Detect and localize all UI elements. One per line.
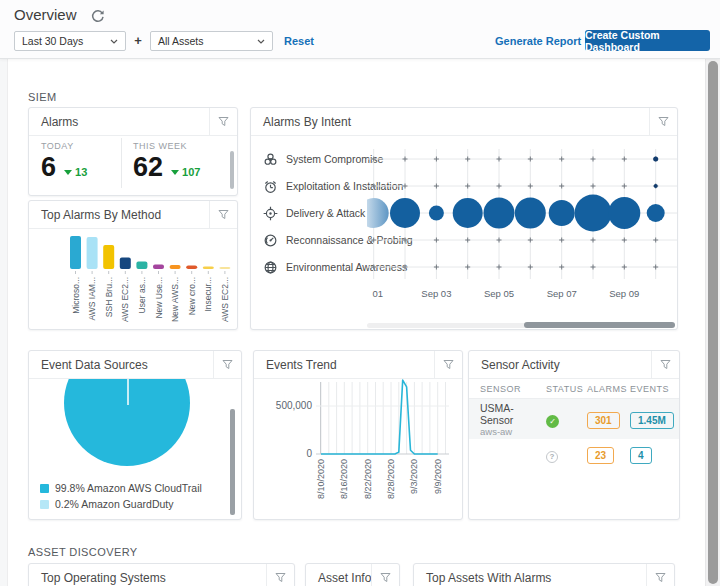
funnel-icon xyxy=(218,116,229,127)
svg-text:SSH Bru...: SSH Bru... xyxy=(104,277,114,317)
sensor-table-header: SENSOR STATUS ALARMS EVENTS xyxy=(469,379,679,399)
funnel-icon xyxy=(222,359,233,370)
top-os-card-title: Top Operating Systems xyxy=(29,564,266,586)
svg-text:Sep 03: Sep 03 xyxy=(421,288,451,299)
status-ok-icon: ✓ xyxy=(546,410,587,428)
generate-report-label: Generate Report xyxy=(495,35,581,47)
svg-text:01: 01 xyxy=(372,288,383,299)
event-data-sources-card: Event Data Sources 99.8% Amazon AWS Clou… xyxy=(28,350,242,520)
add-filter-button[interactable]: + xyxy=(131,31,145,51)
svg-text:AWS IAM...: AWS IAM... xyxy=(87,277,97,321)
events-trend-card-title: Events Trend xyxy=(254,351,434,378)
legend-label: 0.2% Amazon GuardDuty xyxy=(55,498,173,510)
pie-legend-guardduty: 0.2% Amazon GuardDuty xyxy=(40,498,173,510)
alarms-count-badge[interactable]: 301 xyxy=(587,412,620,429)
card-scrollbar[interactable] xyxy=(230,409,235,515)
legend-swatch xyxy=(40,484,49,493)
events-count-badge[interactable]: 4 xyxy=(630,447,652,464)
svg-text:0: 0 xyxy=(306,448,312,459)
svg-text:Sep 09: Sep 09 xyxy=(609,288,639,299)
usm-dashboard: Overview Last 30 Days + All Assets Reset… xyxy=(0,0,720,586)
week-value: 62 xyxy=(133,154,163,181)
sensor-row[interactable]: USMA-Sensoraws-aw✓3011.45M xyxy=(469,399,679,439)
funnel-icon xyxy=(380,572,391,583)
alarms-card-title: Alarms xyxy=(29,108,209,135)
svg-text:9/9/2020: 9/9/2020 xyxy=(433,459,443,494)
filter-button[interactable] xyxy=(266,564,294,586)
reset-button[interactable]: Reset xyxy=(284,35,314,47)
pie-legend-cloudtrail: 99.8% Amazon AWS CloudTrail xyxy=(40,482,202,494)
svg-text:8/16/2020: 8/16/2020 xyxy=(339,459,349,499)
asset-filter-value: All Assets xyxy=(158,35,204,47)
top-assets-with-alarms-card: Top Assets With Alarms xyxy=(413,563,675,586)
col-alarms: ALARMS xyxy=(587,384,630,394)
sensor-activity-card: Sensor Activity SENSOR STATUS ALARMS EVE… xyxy=(468,350,680,520)
top-assets-card-title: Top Assets With Alarms xyxy=(414,564,646,586)
filter-button[interactable] xyxy=(213,351,241,378)
create-custom-dashboard-button[interactable]: Create Custom Dashboard xyxy=(585,30,710,51)
filter-button[interactable] xyxy=(371,564,399,586)
alarms-count-badge[interactable]: 23 xyxy=(587,447,614,464)
intent-hscrollbar-thumb[interactable] xyxy=(524,322,675,328)
event-sources-pie-chart xyxy=(29,379,241,474)
svg-text:New cro...: New cro... xyxy=(187,277,197,315)
alarms-by-intent-card: Alarms By Intent System Compromise Explo… xyxy=(250,107,678,330)
refresh-icon[interactable] xyxy=(90,9,105,24)
card-scrollbar[interactable] xyxy=(230,151,234,189)
asset-discovery-section-label: ASSET DISCOVERY xyxy=(28,546,138,558)
page-scrollbar-thumb[interactable] xyxy=(708,61,718,584)
page-title: Overview xyxy=(14,6,77,23)
filter-button[interactable] xyxy=(209,201,237,228)
asset-filter-select[interactable]: All Assets xyxy=(150,31,273,51)
sensor-row[interactable]: ?234 xyxy=(469,439,679,469)
svg-text:500,000: 500,000 xyxy=(276,400,313,411)
alarms-today-stat: TODAY 6 13 xyxy=(41,141,87,181)
week-delta: 107 xyxy=(182,166,200,178)
legend-swatch xyxy=(40,500,49,509)
svg-text:Insecur...: Insecur... xyxy=(203,277,213,312)
svg-text:New Use...: New Use... xyxy=(154,277,164,319)
svg-text:User as...: User as... xyxy=(137,277,147,313)
top-alarms-by-method-card: Top Alarms By Method Microso...AWS IAM..… xyxy=(28,200,238,330)
top-operating-systems-card: Top Operating Systems xyxy=(28,563,295,586)
svg-text:8/28/2020: 8/28/2020 xyxy=(386,459,396,499)
funnel-icon xyxy=(443,359,454,370)
svg-text:New AWS...: New AWS... xyxy=(170,277,180,322)
filter-button[interactable] xyxy=(646,564,674,586)
svg-text:AWS EC2...: AWS EC2... xyxy=(220,277,230,322)
svg-text:8/22/2020: 8/22/2020 xyxy=(363,459,373,499)
top-alarms-bar-chart: Microso...AWS IAM...SSH Bru...AWS EC2...… xyxy=(29,229,237,329)
filter-button[interactable] xyxy=(434,351,462,378)
alarms-by-intent-bubble-chart: 01Sep 03Sep 05Sep 07Sep 09 xyxy=(251,136,678,319)
funnel-icon xyxy=(658,116,669,127)
col-events: EVENTS xyxy=(630,384,681,394)
sensor-table-body: USMA-Sensoraws-aw✓3011.45M?234 xyxy=(469,399,679,469)
funnel-icon xyxy=(218,209,229,220)
funnel-icon xyxy=(660,359,671,370)
svg-text:8/10/2020: 8/10/2020 xyxy=(316,459,326,499)
legend-label: 99.8% Amazon AWS CloudTrail xyxy=(55,482,202,494)
trend-down-icon xyxy=(171,170,179,175)
today-delta: 13 xyxy=(75,166,87,178)
top-alarms-card-title: Top Alarms By Method xyxy=(29,201,209,228)
today-value: 6 xyxy=(41,154,56,181)
this-week-label: THIS WEEK xyxy=(133,141,200,151)
svg-text:Microso...: Microso... xyxy=(71,277,81,314)
col-sensor: SENSOR xyxy=(480,384,546,394)
time-range-select[interactable]: Last 30 Days xyxy=(14,31,126,51)
filter-button[interactable] xyxy=(209,108,237,135)
siem-section-label: SIEM xyxy=(28,91,57,103)
alarms-card: Alarms TODAY 6 13 THIS WEEK 62 107 xyxy=(28,107,238,196)
filter-button[interactable] xyxy=(649,108,677,135)
svg-text:9/3/2020: 9/3/2020 xyxy=(409,459,419,494)
today-label: TODAY xyxy=(41,141,87,151)
status-unknown-icon: ? xyxy=(546,445,587,463)
svg-text:AWS EC2...: AWS EC2... xyxy=(120,277,130,322)
events-count-badge[interactable]: 1.45M xyxy=(630,412,674,429)
alarms-week-stat: THIS WEEK 62 107 xyxy=(133,141,200,181)
svg-text:Sep 07: Sep 07 xyxy=(547,288,577,299)
filter-button[interactable] xyxy=(651,351,679,378)
events-trend-line-chart: 500,00008/10/20208/16/20208/22/20208/28/… xyxy=(254,379,462,520)
stat-divider xyxy=(121,138,122,188)
top-toolbar: Overview Last 30 Days + All Assets Reset… xyxy=(0,0,720,59)
